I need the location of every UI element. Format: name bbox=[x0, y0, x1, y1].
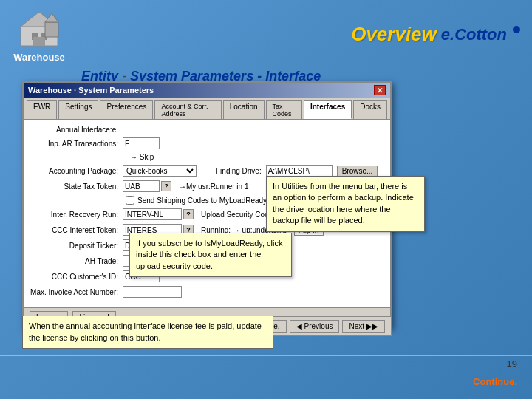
input-transactions-label: Inp. AR Transactions: bbox=[30, 140, 118, 148]
my-user-runner-label: →My usr:Runner in 1 bbox=[179, 183, 248, 191]
utilities-tooltip: In Utilities from the menu bar, there is… bbox=[266, 176, 425, 232]
header: Warehouse Overview e.Cotton bbox=[0, 0, 532, 66]
ccc-interest-label: CCC Interest Token: bbox=[30, 226, 118, 234]
ecotton-text: e.Cotton bbox=[441, 25, 507, 44]
accounting-package-label: Accounting Package: bbox=[30, 167, 118, 175]
inter-recovery-input[interactable] bbox=[123, 208, 182, 220]
state-tax-token-input[interactable] bbox=[123, 180, 160, 192]
finding-drive-input[interactable] bbox=[266, 165, 332, 177]
tab-tax-codes[interactable]: Tax Codes bbox=[266, 100, 302, 119]
ismy-tooltip: If you subscribe to IsMyLoadReady, click… bbox=[129, 233, 292, 277]
tab-location[interactable]: Location bbox=[223, 100, 265, 119]
divider-line bbox=[0, 355, 532, 356]
tab-docks[interactable]: Docks bbox=[353, 100, 387, 119]
tab-interfaces[interactable]: Interfaces bbox=[304, 100, 352, 119]
max-invoice-row: Max. Invoice Acct Number: bbox=[30, 286, 384, 298]
continue-link[interactable]: Continue. bbox=[473, 376, 517, 387]
overview-text: Overview bbox=[351, 23, 437, 46]
svg-rect-5 bbox=[45, 22, 58, 37]
dialog-title: Warehouse · System Parameters bbox=[28, 86, 154, 95]
inter-recovery-field: ? bbox=[123, 208, 194, 220]
ah-trade-label: AH Trade: bbox=[30, 257, 118, 265]
accounting-package-row: Accounting Package: Quick-books Finding … bbox=[30, 165, 384, 177]
ismy-tooltip-text: If you subscribe to IsMyLoadReady, click… bbox=[136, 239, 283, 270]
max-invoice-input[interactable] bbox=[123, 286, 182, 298]
state-tax-help-button[interactable]: ? bbox=[161, 181, 171, 191]
input-transactions-input[interactable]: F bbox=[123, 137, 160, 149]
tab-account[interactable]: Account & Corr. Address bbox=[154, 100, 221, 119]
previous-icon: ◀ bbox=[296, 322, 302, 330]
send-shipping-label: Send Shipping Codes to MyLoadReady come bbox=[137, 197, 287, 205]
browse-button[interactable]: Browse... bbox=[337, 166, 378, 177]
skip-label: → Skip bbox=[130, 153, 154, 161]
warehouse-label: Warehouse bbox=[13, 52, 65, 63]
deposit-ticker-label: Deposit Ticker: bbox=[30, 242, 118, 250]
dialog-titlebar: Warehouse · System Parameters ✕ bbox=[24, 83, 390, 98]
input-transactions-row: Inp. AR Transactions: F bbox=[30, 137, 384, 149]
annual-interface-label: Annual Interface:e. bbox=[30, 126, 118, 134]
accounting-package-select[interactable]: Quick-books bbox=[123, 165, 197, 177]
bottom-info-text: When the annual accounting interface lic… bbox=[29, 321, 262, 341]
dialog-close-button[interactable]: ✕ bbox=[374, 85, 386, 95]
page-number: 19 bbox=[507, 358, 517, 369]
state-tax-token-label: State Tax Token: bbox=[30, 183, 118, 191]
max-invoice-label: Max. Invoice Acct Number: bbox=[30, 288, 118, 296]
tab-settings[interactable]: Settings bbox=[58, 100, 98, 119]
inter-recovery-label: Inter. Recovery Run: bbox=[30, 211, 118, 219]
tab-preferences[interactable]: Preferences bbox=[100, 100, 153, 119]
input-transactions-field: F bbox=[123, 137, 160, 149]
bottom-info-box: When the annual accounting interface lic… bbox=[22, 316, 273, 349]
brand-area: Overview e.Cotton bbox=[351, 23, 520, 46]
next-icon: ▶▶ bbox=[366, 322, 378, 330]
next-button[interactable]: Next ▶▶ bbox=[342, 320, 385, 332]
tab-ewr[interactable]: EWR bbox=[27, 100, 57, 119]
warehouse-logo: Warehouse bbox=[6, 6, 72, 63]
file-path-row: → Skip bbox=[30, 153, 384, 161]
previous-label: Previous bbox=[304, 322, 333, 330]
warehouse-icon bbox=[17, 6, 61, 50]
dialog-tabs: EWR Settings Preferences Account & Corr.… bbox=[24, 98, 390, 119]
ccc-customer-label: CCC Customer's ID: bbox=[30, 273, 118, 281]
annual-interface-row: Annual Interface:e. bbox=[30, 126, 384, 134]
svg-rect-4 bbox=[33, 37, 45, 46]
next-label: Next bbox=[349, 322, 364, 330]
brand-dot bbox=[513, 26, 520, 33]
send-shipping-checkbox[interactable] bbox=[126, 196, 134, 205]
inter-recovery-help-button[interactable]: ? bbox=[183, 209, 194, 219]
finding-drive-label: Finding Drive: bbox=[216, 167, 262, 175]
previous-button[interactable]: ◀ Previous bbox=[290, 320, 340, 332]
utilities-tooltip-text: In Utilities from the menu bar, there is… bbox=[273, 182, 414, 225]
state-tax-field: ? bbox=[123, 180, 171, 192]
